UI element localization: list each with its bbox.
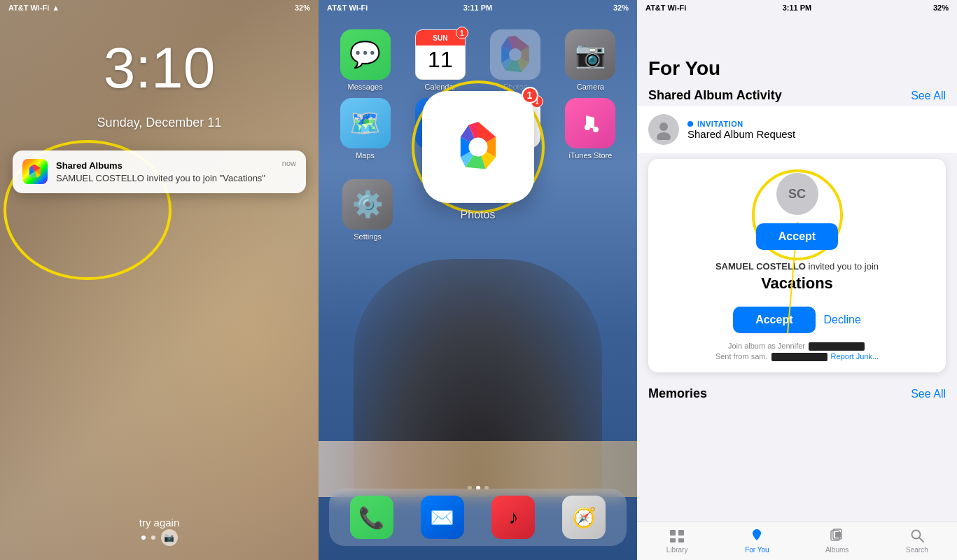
photos-status-left: AT&T Wi-Fi [645, 4, 686, 12]
notification-card[interactable]: Shared Albums now SAMUEL COSTELLO invite… [13, 150, 306, 193]
svg-point-6 [468, 138, 487, 157]
home-status-bar: AT&T Wi-Fi 3:11 PM 32% [319, 0, 637, 15]
camera-shortcut-icon[interactable]: 📷 [161, 529, 178, 546]
messages-label: Messages [348, 83, 383, 91]
notif-time: now [282, 159, 296, 167]
lock-date: Sunday, December 11 [0, 115, 319, 130]
search-tab-icon [908, 526, 926, 545]
notif-body: SAMUEL COSTELLO invited you to join "Vac… [56, 173, 296, 185]
accept-button-2[interactable]: Accept [733, 307, 815, 333]
battery-label: 32% [295, 4, 310, 12]
svg-point-7 [659, 122, 668, 131]
photos-time: 3:11 PM [783, 4, 812, 12]
photos-status-bar: AT&T Wi-Fi 3:11 PM 32% [637, 0, 957, 15]
tab-albums[interactable]: Albums [797, 526, 877, 554]
photos-grid-icon [490, 29, 540, 80]
app-settings-tray[interactable]: ⚙️ Settings [331, 179, 404, 241]
cal-num: 11 [428, 48, 453, 71]
settings-icon: ⚙️ [342, 179, 393, 230]
search-tab-label: Search [906, 546, 928, 554]
photos-main-content: For You Shared Album Activity See All IN… [637, 46, 957, 522]
invitation-title: Shared Album Request [687, 128, 946, 140]
dock: 📞 ✉️ ♪ 🧭 [329, 489, 627, 546]
redacted-address [771, 353, 827, 361]
photos-app-panel: AT&T Wi-Fi 3:11 PM 32% For You Shared Al… [637, 0, 957, 560]
invitation-text: INVITATION Shared Album Request [687, 120, 946, 140]
memories-see-all[interactable]: See All [911, 388, 946, 400]
albums-tab-label: Albums [825, 546, 848, 554]
tab-bar: Library For You Albums [637, 522, 957, 560]
invitation-avatar [648, 114, 679, 145]
dot-2 [151, 536, 155, 540]
notif-content: Shared Albums now SAMUEL COSTELLO invite… [56, 159, 296, 185]
lock-screen-panel: AT&T Wi-Fi ▲ 32% 3:10 Sunday, December 1… [0, 0, 319, 560]
home-battery: 32% [613, 4, 629, 12]
cal-day: SUN [433, 34, 447, 42]
shared-album-header: Shared Album Activity See All [637, 88, 957, 103]
tab-search[interactable]: Search [877, 526, 957, 554]
sc-avatar: SC [776, 173, 818, 215]
accept-album-name: Vacations [761, 274, 833, 293]
photos-page-title: For You [648, 57, 720, 79]
wifi-icon: ▲ [52, 4, 60, 12]
messages-icon: 💬 [340, 29, 391, 80]
svg-point-1 [509, 48, 522, 61]
camera-label: Camera [577, 83, 604, 91]
photos-page-title-area: For You [637, 52, 957, 83]
dock-safari[interactable]: 🧭 [562, 496, 606, 539]
photos-big-label: Photos [461, 209, 496, 221]
dock-mail[interactable]: ✉️ [421, 496, 464, 539]
library-tab-label: Library [666, 546, 688, 554]
tab-library[interactable]: Library [637, 526, 717, 554]
itunes-icon [565, 98, 615, 148]
dock-music[interactable]: ♪ [491, 496, 535, 539]
library-tab-icon [668, 526, 686, 545]
dock-phone[interactable]: 📞 [350, 496, 393, 539]
svg-rect-15 [835, 532, 841, 538]
settings-label: Settings [354, 232, 382, 241]
join-info: Join album as Jennifer [728, 342, 866, 351]
home-time: 3:11 PM [463, 4, 493, 12]
app-itunes[interactable]: iTunes Store [557, 98, 624, 160]
maps-icon: 🗺️ [340, 98, 391, 148]
lock-status-left: AT&T Wi-Fi ▲ [8, 4, 60, 12]
svg-line-17 [919, 538, 923, 542]
shared-album-title: Shared Album Activity [648, 88, 782, 103]
home-status-right: 32% [613, 4, 629, 12]
maps-label: Maps [356, 151, 375, 160]
invitation-label: INVITATION [697, 120, 743, 128]
decline-button[interactable]: Decline [824, 307, 861, 333]
invitation-row[interactable]: INVITATION Shared Album Request [637, 106, 957, 153]
app-messages[interactable]: 💬 Messages [331, 29, 399, 91]
home-status-left: AT&T Wi-Fi [327, 4, 368, 12]
invitation-dot [687, 121, 693, 127]
memories-header: Memories See All [637, 386, 957, 401]
tab-for-you[interactable]: For You [717, 526, 797, 554]
photos-battery: 32% [933, 4, 949, 12]
carrier-label: AT&T Wi-Fi [8, 4, 49, 12]
app-camera[interactable]: 📷 Camera [557, 29, 624, 91]
accept-decline-row: Accept Decline [659, 307, 935, 333]
camera-icon: 📷 [565, 29, 615, 80]
svg-point-8 [657, 132, 671, 140]
for-you-tab-label: For You [745, 546, 769, 554]
lock-status-bar: AT&T Wi-Fi ▲ 32% [0, 0, 319, 15]
albums-tab-icon [828, 526, 846, 545]
svg-rect-12 [678, 538, 684, 542]
memories-title: Memories [648, 386, 707, 401]
photos-status-right: 32% [933, 4, 949, 12]
svg-rect-11 [670, 538, 676, 542]
accept-button[interactable]: Accept [756, 223, 838, 250]
memories-section: Memories See All [637, 378, 957, 401]
photos-big-badge: 1 [522, 87, 538, 104]
lock-time: 3:10 [0, 35, 319, 101]
for-you-tab-icon [748, 526, 766, 545]
svg-rect-10 [678, 530, 684, 536]
photos-big-wrapper[interactable]: 1 Photos [408, 91, 548, 231]
itunes-label: iTunes Store [568, 151, 612, 160]
app-maps[interactable]: 🗺️ Maps [331, 98, 399, 160]
lock-status-right: 32% [295, 4, 310, 12]
svg-rect-9 [670, 530, 676, 536]
shared-album-see-all[interactable]: See All [911, 90, 946, 102]
report-junk-link[interactable]: Report Junk... [831, 352, 879, 360]
